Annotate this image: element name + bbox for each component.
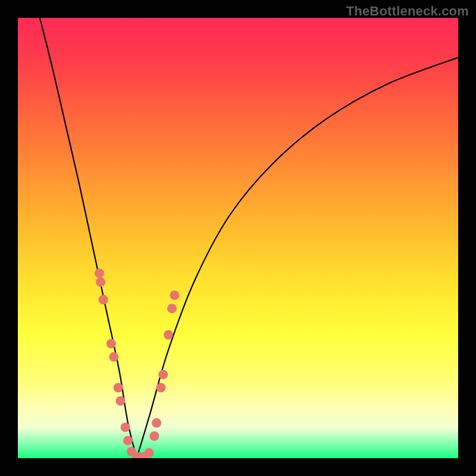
marker-dot xyxy=(114,383,123,393)
curve-layer xyxy=(18,18,458,458)
marker-group xyxy=(95,268,180,458)
marker-dot xyxy=(121,422,130,432)
marker-dot xyxy=(158,369,168,379)
plot-area xyxy=(18,18,458,458)
marker-dot xyxy=(170,290,179,300)
marker-dot xyxy=(152,418,161,428)
marker-dot xyxy=(164,330,173,340)
curve-right xyxy=(137,58,458,458)
marker-dot xyxy=(145,448,154,458)
marker-dot xyxy=(156,383,166,393)
marker-dot xyxy=(95,268,104,278)
marker-dot xyxy=(115,396,125,406)
marker-dot xyxy=(167,303,177,313)
outer-frame: TheBottleneck.com xyxy=(0,0,476,476)
marker-dot xyxy=(99,295,108,305)
marker-dot xyxy=(96,277,105,287)
marker-dot xyxy=(107,339,116,349)
marker-dot xyxy=(123,436,133,445)
curve-left xyxy=(40,18,137,458)
watermark-text: TheBottleneck.com xyxy=(346,4,469,19)
marker-dot xyxy=(109,352,118,362)
marker-dot xyxy=(149,431,159,441)
